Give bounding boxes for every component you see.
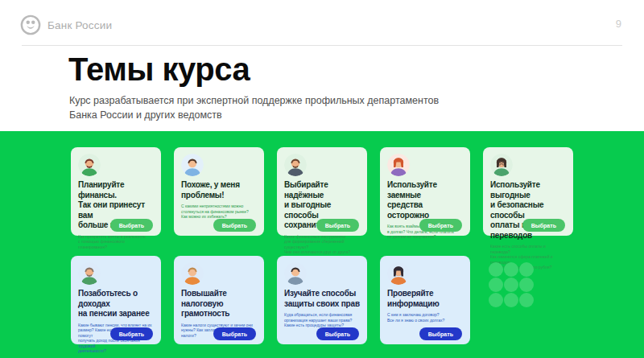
avatar-woman-glasses-icon [490,154,513,176]
card-title: Изучайте способы защиты своих прав [284,289,360,309]
header: Банк России 9 [0,0,644,46]
card-title: Позаботьтесь о доходах на пенсии заранее [78,289,154,319]
dots-decoration [489,262,535,307]
select-button[interactable]: Выбрать [522,219,565,232]
topics-row-2: Позаботьтесь о доходах на пенсии заранее… [71,256,470,344]
card-title: Повышайте налоговую грамотность [181,289,257,319]
select-button[interactable]: Выбрать [213,327,256,340]
select-button[interactable]: Выбрать [419,327,462,340]
header-divider [22,45,622,46]
card-description: С кем я заключаю договор? Все ли я знаю … [387,312,463,323]
topic-card-save-money: Выбирайте надёжные и выгодные способы со… [277,147,367,236]
avatar-man-gray-blue-shirt-icon [284,262,307,285]
select-button[interactable]: Выбрать [110,327,153,340]
avatar-young-man-blue-shirt-icon [181,154,204,176]
select-button[interactable]: Выбрать [316,327,359,340]
card-title: Проверяйте информацию [387,289,463,309]
avatar-older-man-beard-icon [78,262,101,285]
topic-card-verify-information: Проверяйте информацию С кем я заключаю д… [380,256,470,344]
topics-row-1: Планируйте финансы. Так они принесут вам… [71,147,573,236]
card-description: Какие финансовые инструменты для формиро… [284,234,360,255]
avatar-man-orange-shirt-icon [181,262,204,285]
select-button[interactable]: Выбрать [419,219,462,232]
avatar-man-green-shirt-icon [78,154,101,176]
topic-card-borrow-carefully: Используйте заемные средства осторожно К… [380,147,470,236]
select-button[interactable]: Выбрать [110,219,153,232]
topic-card-problems: Похоже, у меня проблемы! С какими неприя… [174,147,264,236]
topics-band: Планируйте финансы. Так они принесут вам… [0,131,644,358]
card-description: Куда обращаться, если финансовая организ… [284,312,360,328]
select-button[interactable]: Выбрать [316,219,359,232]
select-button[interactable]: Выбрать [213,219,256,232]
logo-text: Банк России [47,19,112,31]
topic-card-pension-income: Позаботьтесь о доходах на пенсии заранее… [71,256,161,344]
topic-card-tax-literacy: Повышайте налоговую грамотность Какие на… [174,256,264,344]
card-title: Похоже, у меня проблемы! [181,180,257,200]
topic-card-payments-transfers: Используйте выгодные и безопасные способ… [483,147,573,236]
card-title: Используйте заемные средства осторожно [387,180,463,220]
page-title: Темы курса [68,51,250,88]
bank-of-russia-emblem-icon [20,14,41,35]
card-description: С какими неприятностями можно столкнутьс… [181,204,257,220]
topic-card-rights-protection: Изучайте способы защиты своих прав Куда … [277,256,367,344]
card-description: Как превратить мечты в реальность с помо… [78,234,154,250]
avatar-woman-dark-hair-icon [387,262,410,285]
avatar-bearded-man-dark-jacket-icon [284,154,307,176]
page-number: 9 [616,18,621,30]
slide: Банк России 9 Темы курса Курс разрабатыв… [0,0,644,358]
bank-of-russia-logo: Банк России [20,14,112,35]
topic-card-plan-finances: Планируйте финансы. Так они принесут вам… [71,147,161,236]
page-subtitle: Курс разрабатывается при экспертной подд… [69,93,488,122]
avatar-woman-red-hair-icon [387,154,410,176]
